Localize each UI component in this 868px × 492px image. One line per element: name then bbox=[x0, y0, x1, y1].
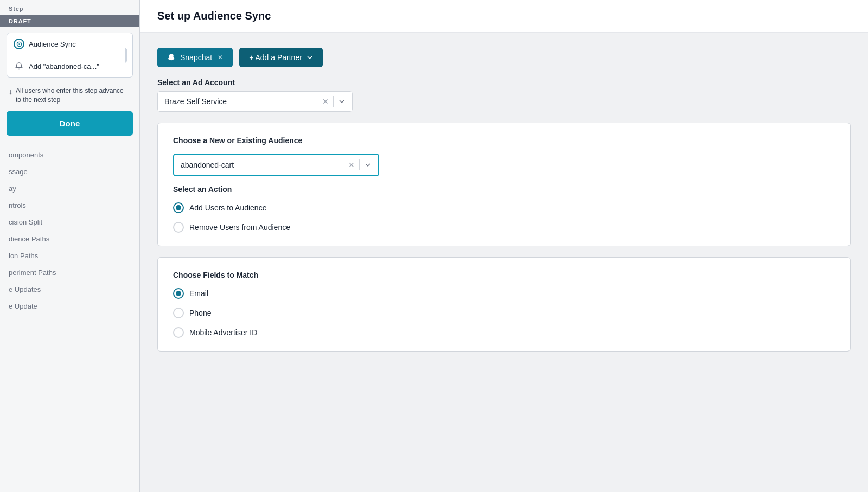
audience-sync-label: Audience Sync bbox=[29, 40, 76, 48]
choose-audience-label: Choose a New or Existing Audience bbox=[173, 136, 835, 145]
add-audience-label: Add "abandoned-ca..." bbox=[29, 62, 99, 71]
radio-add-users-indicator bbox=[173, 202, 184, 213]
ad-account-clear-icon[interactable]: ✕ bbox=[322, 97, 329, 106]
radio-email-dot bbox=[176, 291, 181, 296]
sidebar-nav-item-components[interactable]: omponents bbox=[0, 146, 139, 163]
add-partner-button[interactable]: + Add a Partner bbox=[239, 48, 323, 67]
sidebar-card-item-audience-sync[interactable]: Audience Sync bbox=[7, 33, 132, 55]
audience-select[interactable]: abandoned-cart ✕ bbox=[173, 154, 379, 176]
sidebar-nav-item-day[interactable]: ay bbox=[0, 180, 139, 197]
audience-sync-icon bbox=[14, 39, 24, 49]
audience-divider bbox=[359, 159, 360, 170]
audience-value: abandoned-cart bbox=[181, 161, 234, 169]
page-title: Set up Audience Sync bbox=[157, 10, 851, 22]
audience-chevron-icon bbox=[364, 161, 372, 169]
draft-badge: DRAFT bbox=[0, 15, 139, 27]
select-divider bbox=[333, 96, 334, 107]
radio-add-users[interactable]: Add Users to Audience bbox=[173, 202, 835, 213]
radio-email[interactable]: Email bbox=[173, 288, 835, 299]
sidebar-nav-item-action-paths[interactable]: ion Paths bbox=[0, 247, 139, 264]
email-label: Email bbox=[189, 289, 208, 298]
add-partner-label: + Add a Partner bbox=[249, 53, 302, 62]
radio-add-users-dot bbox=[176, 205, 181, 210]
radio-phone[interactable]: Phone bbox=[173, 308, 835, 318]
select-action-label: Select an Action bbox=[173, 185, 835, 194]
sidebar-nav-item-experiment-paths[interactable]: periment Paths bbox=[0, 264, 139, 281]
ad-account-controls: ✕ bbox=[322, 96, 346, 107]
sidebar-card-item-add-audience[interactable]: Add "abandoned-ca..." bbox=[7, 55, 132, 77]
remove-users-label: Remove Users from Audience bbox=[189, 223, 290, 232]
fields-panel: Choose Fields to Match Email Phone Mobil… bbox=[157, 257, 851, 352]
ad-account-section: Select an Ad Account Braze Self Service … bbox=[157, 78, 851, 112]
radio-mobile-advertiser[interactable]: Mobile Advertiser ID bbox=[173, 327, 835, 338]
sidebar-nav-item-updates[interactable]: e Updates bbox=[0, 281, 139, 298]
bell-icon bbox=[14, 61, 24, 72]
chevron-right-inner bbox=[127, 49, 133, 62]
sidebar-nav-item-controls[interactable]: ntrols bbox=[0, 197, 139, 214]
sidebar-card: Audience Sync Add "abandoned-ca..." bbox=[7, 33, 133, 78]
sidebar-nav-item-audience-paths[interactable]: dience Paths bbox=[0, 231, 139, 247]
radio-remove-users[interactable]: Remove Users from Audience bbox=[173, 222, 835, 233]
arrow-down-icon: ↓ bbox=[9, 87, 12, 98]
phone-label: Phone bbox=[189, 309, 211, 317]
snapchat-icon bbox=[167, 53, 176, 62]
sidebar-info: ↓ All users who enter this step advance … bbox=[0, 82, 139, 111]
chevron-down-icon bbox=[307, 54, 313, 61]
audience-action-panel: Choose a New or Existing Audience abando… bbox=[157, 123, 851, 246]
choose-fields-label: Choose Fields to Match bbox=[173, 271, 835, 279]
chevron-down-icon bbox=[338, 98, 346, 105]
sidebar-info-text: All users who enter this step advance to… bbox=[16, 86, 131, 105]
mobile-advertiser-label: Mobile Advertiser ID bbox=[189, 328, 257, 337]
sidebar: Step DRAFT Audience Sync Add "abandoned-… bbox=[0, 0, 140, 492]
add-users-label: Add Users to Audience bbox=[189, 203, 266, 212]
ad-account-value: Braze Self Service bbox=[164, 97, 227, 106]
ad-account-select[interactable]: Braze Self Service ✕ bbox=[157, 91, 353, 112]
main-header: Set up Audience Sync bbox=[140, 0, 868, 33]
done-button[interactable]: Done bbox=[7, 111, 133, 136]
radio-remove-users-indicator bbox=[173, 222, 184, 233]
radio-mobile-indicator bbox=[173, 327, 184, 338]
sidebar-nav-item-update[interactable]: e Update bbox=[0, 298, 139, 315]
radio-phone-indicator bbox=[173, 308, 184, 318]
audience-clear-icon[interactable]: ✕ bbox=[348, 161, 355, 169]
radio-email-indicator bbox=[173, 288, 184, 299]
snapchat-close-icon[interactable]: ✕ bbox=[218, 54, 223, 61]
snapchat-label: Snapchat bbox=[180, 53, 212, 62]
sidebar-nav-item-decision-split[interactable]: cision Split bbox=[0, 214, 139, 231]
ad-account-label: Select an Ad Account bbox=[157, 78, 851, 87]
snapchat-button[interactable]: Snapchat ✕ bbox=[157, 48, 233, 67]
audience-select-controls: ✕ bbox=[348, 159, 372, 170]
sidebar-nav: omponents ssage ay ntrols cision Split d… bbox=[0, 142, 139, 492]
partner-row: Snapchat ✕ + Add a Partner bbox=[157, 48, 851, 67]
step-label: Step bbox=[0, 0, 139, 15]
main-content: Set up Audience Sync Snapchat ✕ + Add a … bbox=[140, 0, 868, 492]
main-body: Snapchat ✕ + Add a Partner Select an Ad … bbox=[140, 33, 868, 367]
sidebar-nav-item-message[interactable]: ssage bbox=[0, 163, 139, 180]
